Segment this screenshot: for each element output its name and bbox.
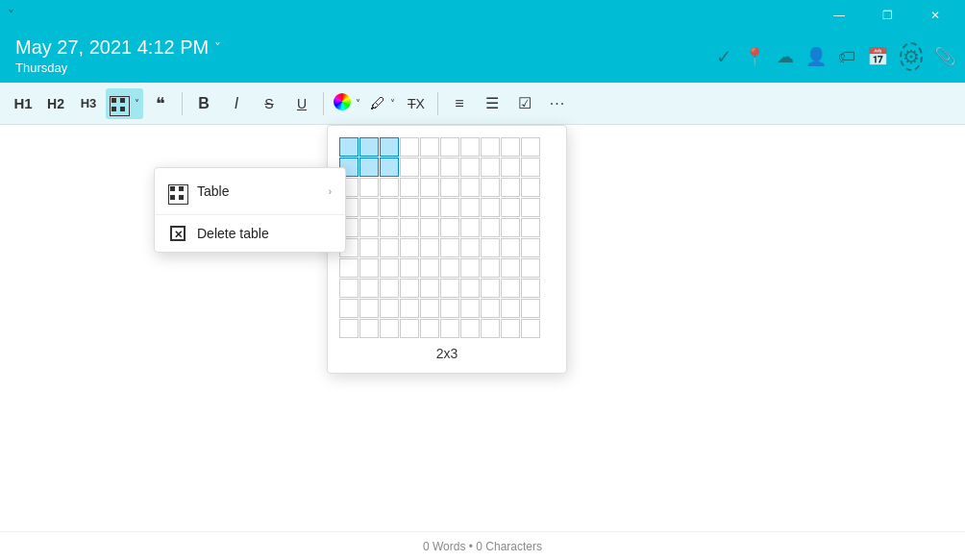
- grid-cell[interactable]: [339, 279, 359, 298]
- grid-cell[interactable]: [501, 319, 520, 338]
- grid-cell[interactable]: [521, 218, 540, 237]
- grid-cell[interactable]: [400, 319, 419, 338]
- grid-cell[interactable]: [521, 299, 540, 318]
- grid-cell[interactable]: [521, 198, 540, 217]
- grid-cell[interactable]: [481, 279, 500, 298]
- grid-cell[interactable]: [501, 137, 520, 157]
- grid-cell[interactable]: [481, 218, 500, 237]
- location-icon[interactable]: 📍: [744, 46, 765, 67]
- grid-cell[interactable]: [359, 258, 379, 278]
- grid-cell[interactable]: [440, 178, 459, 197]
- grid-cell[interactable]: [440, 258, 459, 278]
- grid-cell[interactable]: [420, 137, 439, 157]
- person-icon[interactable]: 👤: [805, 46, 827, 67]
- grid-cell[interactable]: [380, 158, 399, 177]
- grid-cell[interactable]: [400, 158, 419, 177]
- grid-cell[interactable]: [359, 279, 379, 298]
- grid-cell[interactable]: [481, 158, 500, 177]
- heading2-button[interactable]: H2: [40, 88, 71, 119]
- maximize-button[interactable]: ❐: [865, 0, 909, 31]
- quote-button[interactable]: ❝: [145, 88, 176, 119]
- grid-cell[interactable]: [380, 279, 399, 298]
- grid-cell[interactable]: [460, 137, 480, 157]
- grid-cell[interactable]: [420, 218, 439, 237]
- cloud-icon[interactable]: ☁: [777, 46, 794, 67]
- grid-cell[interactable]: [521, 178, 540, 197]
- grid-cell[interactable]: [460, 279, 480, 298]
- grid-cell[interactable]: [420, 158, 439, 177]
- underline-button[interactable]: U: [286, 88, 317, 119]
- grid-cell[interactable]: [339, 137, 359, 157]
- grid-cell[interactable]: [501, 238, 520, 257]
- grid-cell[interactable]: [440, 137, 459, 157]
- grid-cell[interactable]: [400, 218, 419, 237]
- grid-cell[interactable]: [380, 258, 399, 278]
- grid-cell[interactable]: [521, 319, 540, 338]
- grid-cell[interactable]: [359, 198, 379, 217]
- strikethrough-button[interactable]: S: [254, 88, 285, 119]
- grid-cell[interactable]: [521, 137, 540, 157]
- grid-cell[interactable]: [359, 238, 379, 257]
- grid-cell[interactable]: [501, 218, 520, 237]
- grid-cell[interactable]: [420, 279, 439, 298]
- color-picker-button[interactable]: ˅: [330, 88, 364, 119]
- grid-cell[interactable]: [420, 198, 439, 217]
- grid-cell[interactable]: [380, 238, 399, 257]
- heading3-button[interactable]: H3: [73, 88, 104, 119]
- grid-cell[interactable]: [359, 158, 379, 177]
- grid-cell[interactable]: [440, 218, 459, 237]
- grid-cell[interactable]: [420, 238, 439, 257]
- ordered-list-button[interactable]: ☰: [477, 88, 507, 119]
- grid-cell[interactable]: [440, 279, 459, 298]
- close-button[interactable]: ✕: [913, 0, 957, 31]
- minimize-button[interactable]: —: [817, 0, 861, 31]
- grid-cell[interactable]: [460, 198, 480, 217]
- grid-cell[interactable]: [400, 279, 419, 298]
- grid-cell[interactable]: [359, 299, 379, 318]
- grid-cell[interactable]: [440, 158, 459, 177]
- delete-table-menu-item[interactable]: ✕ Delete table: [155, 215, 345, 252]
- grid-cell[interactable]: [380, 198, 399, 217]
- grid-cell[interactable]: [339, 319, 359, 338]
- grid-cell[interactable]: [501, 279, 520, 298]
- grid-cell[interactable]: [420, 178, 439, 197]
- settings-icon[interactable]: ⚙: [900, 42, 923, 71]
- grid-cell[interactable]: [400, 258, 419, 278]
- grid-cell[interactable]: [420, 299, 439, 318]
- grid-cell[interactable]: [501, 198, 520, 217]
- grid-cell[interactable]: [440, 299, 459, 318]
- grid-cell[interactable]: [400, 238, 419, 257]
- grid-cell[interactable]: [359, 319, 379, 338]
- grid-cell[interactable]: [339, 299, 359, 318]
- title-bar-chevron-icon[interactable]: ˅: [8, 8, 14, 23]
- clear-format-button[interactable]: T X: [401, 88, 432, 119]
- attachment-icon[interactable]: 📎: [934, 46, 955, 67]
- grid-cell[interactable]: [420, 258, 439, 278]
- grid-cell[interactable]: [481, 198, 500, 217]
- grid-cell[interactable]: [339, 258, 359, 278]
- grid-cell[interactable]: [420, 319, 439, 338]
- unordered-list-button[interactable]: ≡: [444, 88, 475, 119]
- grid-cell[interactable]: [501, 299, 520, 318]
- grid-cell[interactable]: [501, 158, 520, 177]
- grid-cell[interactable]: [501, 178, 520, 197]
- check-icon[interactable]: ✓: [716, 45, 732, 68]
- grid-cell[interactable]: [359, 218, 379, 237]
- grid-cell[interactable]: [481, 319, 500, 338]
- grid-cell[interactable]: [380, 319, 399, 338]
- grid-cell[interactable]: [481, 137, 500, 157]
- grid-cell[interactable]: [460, 319, 480, 338]
- grid-cell[interactable]: [460, 238, 480, 257]
- grid-cell[interactable]: [460, 218, 480, 237]
- grid-cell[interactable]: [481, 238, 500, 257]
- more-options-button[interactable]: ···: [542, 88, 573, 119]
- grid-cell[interactable]: [481, 178, 500, 197]
- table-button[interactable]: ˅: [106, 88, 143, 119]
- grid-cell[interactable]: [380, 218, 399, 237]
- grid-cell[interactable]: [380, 137, 399, 157]
- grid-cell[interactable]: [380, 299, 399, 318]
- grid-cell[interactable]: [400, 299, 419, 318]
- highlight-button[interactable]: 🖊 ˅: [366, 88, 399, 119]
- grid-cell[interactable]: [460, 258, 480, 278]
- grid-cell[interactable]: [481, 258, 500, 278]
